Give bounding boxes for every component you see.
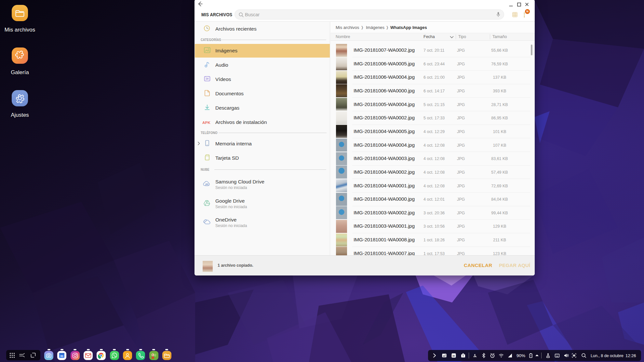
svg-text:in: in [452, 354, 455, 357]
svg-text:31: 31 [60, 355, 63, 358]
